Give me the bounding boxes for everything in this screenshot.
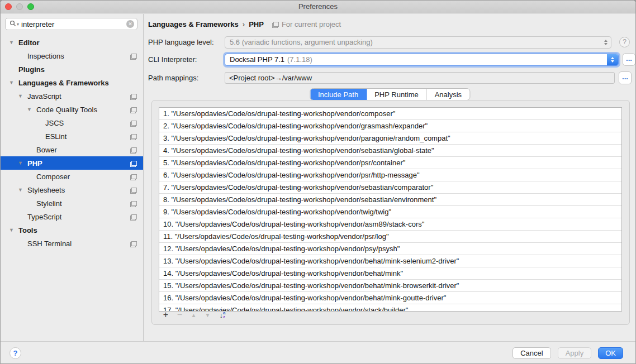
sort-alphabetically-button[interactable]: ↓ a z [215, 311, 230, 319]
tab-analysis[interactable]: Analysis [427, 89, 469, 100]
sidebar-item-label: Stylelint [36, 199, 62, 208]
include-path-row[interactable]: 2. "/Users/opdavies/Code/os/drupal-testi… [159, 120, 621, 132]
cli-interpreter-browse-button[interactable]: ... [623, 53, 635, 66]
include-path-row[interactable]: 8. "/Users/opdavies/Code/os/drupal-testi… [159, 194, 621, 206]
include-path-row[interactable]: 10. "/Users/opdavies/Code/os/drupal-test… [159, 218, 621, 231]
sidebar-item-eslint[interactable]: ESLint [1, 130, 143, 143]
cli-interpreter-select[interactable]: Docksal PHP 7.1 (7.1.18) [225, 54, 619, 66]
include-path-row[interactable]: 1. "/Users/opdavies/Code/os/drupal-testi… [159, 108, 621, 120]
cancel-button[interactable]: Cancel [512, 347, 550, 359]
help-button[interactable]: ? [10, 347, 21, 359]
include-path-row[interactable]: 12. "/Users/opdavies/Code/os/drupal-test… [159, 243, 621, 255]
sidebar-item-php[interactable]: ▼PHP [1, 156, 143, 170]
sidebar-item-label: Editor [18, 39, 40, 47]
per-project-settings-icon [131, 161, 137, 166]
include-path-list[interactable]: 1. "/Users/opdavies/Code/os/drupal-testi… [159, 107, 622, 312]
remove-path-button[interactable]: − [173, 310, 187, 320]
sidebar-item-label: Bower [36, 146, 57, 154]
sidebar-item-label: Stylesheets [27, 186, 65, 194]
sidebar-item-typescript[interactable]: TypeScript [1, 210, 143, 223]
expand-arrow-icon[interactable]: ▼ [26, 107, 36, 112]
sidebar-item-plugins[interactable]: Plugins [1, 63, 143, 76]
path-mappings-row: Path mappings: <Project root>→/var/www .… [148, 71, 635, 84]
path-mappings-value: <Project root>→/var/www [229, 74, 312, 82]
expand-arrow-icon[interactable]: ▼ [8, 40, 18, 45]
per-project-settings-icon [131, 94, 137, 99]
sidebar-item-editor[interactable]: ▼Editor [1, 36, 143, 49]
sidebar-item-label: JSCS [45, 119, 64, 127]
per-project-settings-icon [131, 107, 137, 112]
field-help-icon[interactable]: ? [619, 37, 630, 47]
sidebar-item-code-quality-tools[interactable]: ▼Code Quality Tools [1, 103, 143, 116]
include-path-row[interactable]: 16. "/Users/opdavies/Code/os/drupal-test… [159, 292, 621, 304]
sidebar-item-label: Tools [18, 226, 37, 234]
breadcrumb-php: PHP [249, 20, 264, 28]
include-path-row[interactable]: 15. "/Users/opdavies/Code/os/drupal-test… [159, 280, 621, 292]
settings-search-input[interactable]: ▾ interpreter ✕ [5, 18, 137, 30]
include-path-row[interactable]: 11. "/Users/opdavies/Code/os/drupal-test… [159, 231, 621, 243]
expand-arrow-icon[interactable]: ▼ [17, 187, 27, 193]
cli-interpreter-version: (7.1.18) [287, 55, 312, 64]
sidebar-item-label: ESLint [45, 132, 67, 141]
add-path-button[interactable]: + [159, 310, 173, 320]
include-path-row[interactable]: 6. "/Users/opdavies/Code/os/drupal-testi… [159, 169, 621, 181]
breadcrumb-languages-frameworks[interactable]: Languages & Frameworks [148, 20, 239, 28]
expand-arrow-icon[interactable]: ▼ [17, 160, 27, 166]
sidebar-item-stylesheets[interactable]: ▼Stylesheets [1, 183, 143, 197]
per-project-settings-icon [131, 54, 137, 59]
sidebar-item-tools[interactable]: ▼Tools [1, 223, 143, 237]
include-path-tabs: Include PathPHP RuntimeAnalysis [310, 88, 470, 100]
sidebar-item-label: TypeScript [27, 213, 61, 221]
breadcrumb-separator-icon: › [243, 20, 245, 28]
titlebar[interactable]: Preferences [1, 1, 635, 13]
sidebar-item-label: Languages & Frameworks [18, 79, 109, 87]
sidebar-item-composer[interactable]: Composer [1, 170, 143, 183]
cli-interpreter-label: CLI Interpreter: [148, 55, 225, 64]
cli-interpreter-value: Docksal PHP 7.1 [230, 55, 284, 64]
path-mappings-label: Path mappings: [148, 74, 225, 82]
sidebar-item-label: Plugins [18, 65, 45, 74]
expand-arrow-icon[interactable]: ▼ [17, 93, 27, 99]
expand-arrow-icon[interactable]: ▼ [8, 80, 18, 85]
language-level-label: PHP language level: [148, 38, 225, 46]
scope-indicator: For current project [273, 20, 341, 28]
sidebar-item-inspections[interactable]: Inspections [1, 49, 143, 63]
sidebar-item-ssh-terminal[interactable]: SSH Terminal [1, 237, 143, 250]
footer-buttons: Cancel Apply OK [512, 347, 623, 359]
settings-tree: ▼EditorInspectionsPlugins▼Languages & Fr… [1, 33, 143, 341]
sidebar-item-javascript[interactable]: ▼JavaScript [1, 89, 143, 103]
language-level-value: 5.6 (variadic functions, argument unpack… [230, 38, 373, 46]
expand-arrow-icon[interactable]: ▼ [8, 227, 18, 233]
sidebar-item-languages-frameworks[interactable]: ▼Languages & Frameworks [1, 76, 143, 89]
clear-search-icon[interactable]: ✕ [126, 20, 134, 28]
window-title: Preferences [1, 1, 635, 13]
sidebar-item-bower[interactable]: Bower [1, 143, 143, 156]
per-project-settings-icon [131, 188, 137, 193]
include-path-row[interactable]: 9. "/Users/opdavies/Code/os/drupal-testi… [159, 206, 621, 218]
apply-button[interactable]: Apply [558, 347, 592, 359]
include-path-row[interactable]: 13. "/Users/opdavies/Code/os/drupal-test… [159, 255, 621, 267]
include-path-row[interactable]: 14. "/Users/opdavies/Code/os/drupal-test… [159, 267, 621, 280]
include-path-row[interactable]: 5. "/Users/opdavies/Code/os/drupal-testi… [159, 157, 621, 169]
path-mappings-browse-button[interactable]: ... [619, 71, 632, 84]
language-level-select[interactable]: 5.6 (variadic functions, argument unpack… [225, 36, 611, 49]
chevron-up-down-icon[interactable] [607, 54, 618, 65]
path-mappings-field[interactable]: <Project root>→/var/www [225, 72, 615, 84]
per-project-settings-icon [131, 134, 137, 139]
scope-label: For current project [282, 20, 341, 28]
move-up-button[interactable]: ▲ [187, 312, 201, 318]
sidebar-item-jscs[interactable]: JSCS [1, 116, 143, 130]
sidebar-item-label: Inspections [27, 52, 64, 60]
move-down-button[interactable]: ▼ [201, 312, 215, 318]
sidebar-item-stylelint[interactable]: Stylelint [1, 197, 143, 210]
include-path-row[interactable]: 3. "/Users/opdavies/Code/os/drupal-testi… [159, 132, 621, 145]
tab-php-runtime[interactable]: PHP Runtime [367, 89, 427, 100]
settings-content: Languages & Frameworks › PHP For current… [144, 14, 635, 341]
sidebar-item-label: SSH Terminal [27, 240, 72, 248]
tab-include-path[interactable]: Include Path [310, 89, 367, 100]
per-project-settings-icon [131, 121, 137, 126]
ok-button[interactable]: OK [598, 347, 623, 359]
include-path-row[interactable]: 4. "/Users/opdavies/Code/os/drupal-testi… [159, 145, 621, 157]
search-history-caret-icon[interactable]: ▾ [17, 22, 19, 27]
include-path-row[interactable]: 7. "/Users/opdavies/Code/os/drupal-testi… [159, 181, 621, 194]
